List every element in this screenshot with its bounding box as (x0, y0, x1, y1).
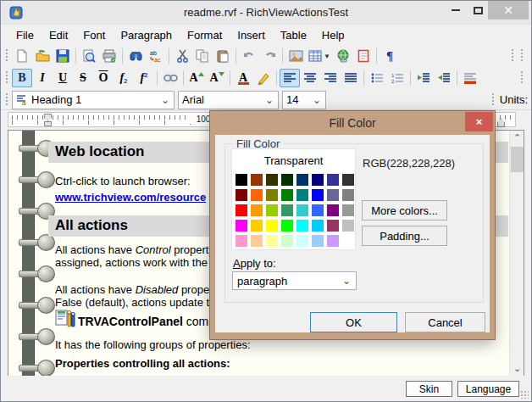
menu-item-file[interactable]: File (9, 27, 41, 43)
left-indent-marker[interactable] (44, 121, 52, 126)
color-swatch[interactable] (327, 189, 339, 201)
print-preview-icon[interactable] (79, 47, 99, 65)
color-swatch[interactable] (266, 220, 278, 232)
color-swatch[interactable] (312, 189, 324, 201)
menu-item-paragraph[interactable]: Paragraph (114, 27, 179, 43)
bold-icon[interactable]: B (12, 69, 32, 87)
skin-button[interactable]: Skin (406, 381, 452, 397)
color-swatch[interactable] (236, 174, 247, 186)
copy-icon[interactable] (192, 47, 213, 65)
paragraph-marks-icon[interactable]: ¶ (380, 47, 400, 65)
color-swatch[interactable] (342, 204, 354, 216)
save-icon[interactable] (53, 47, 73, 65)
replace-icon[interactable]: abac (146, 47, 166, 65)
subscript-icon[interactable]: f2 (114, 69, 134, 87)
toolbar-grip[interactable] (5, 49, 9, 63)
ok-button[interactable]: OK (310, 312, 397, 332)
close-button[interactable]: ✕ (488, 1, 529, 20)
cancel-button[interactable]: Cancel (405, 312, 485, 332)
color-swatch[interactable] (342, 220, 354, 232)
transparent-option[interactable]: Transparent (234, 151, 353, 170)
menu-item-table[interactable]: Table (274, 27, 313, 43)
color-swatch[interactable] (342, 174, 354, 186)
color-swatch[interactable] (251, 189, 263, 201)
highlight-icon[interactable] (253, 69, 274, 87)
color-swatch[interactable] (236, 189, 247, 201)
color-swatch[interactable] (281, 189, 293, 201)
paragraph-fill-color-icon[interactable] (460, 69, 480, 87)
color-swatch[interactable] (296, 174, 308, 186)
toolbar-grip[interactable] (520, 71, 524, 85)
menu-item-edit[interactable]: Edit (42, 27, 75, 43)
scroll-up-icon[interactable]: ⌃ (510, 131, 524, 145)
document-hyperlink[interactable]: www.trichview.com/resource (55, 191, 206, 204)
color-swatch[interactable] (281, 174, 293, 186)
indent-icon[interactable] (434, 69, 454, 87)
more-colors-button[interactable]: More colors... (362, 200, 447, 221)
menu-item-format[interactable]: Format (180, 27, 229, 43)
color-swatch[interactable] (327, 220, 339, 232)
align-left-icon[interactable] (280, 69, 300, 87)
insert-document-icon[interactable] (353, 47, 374, 65)
color-swatch[interactable] (251, 174, 263, 186)
italic-icon[interactable]: I (32, 69, 53, 87)
language-button[interactable]: Language (457, 381, 519, 397)
color-swatch[interactable] (266, 235, 278, 247)
font-combobox[interactable]: Arial ⌄ (178, 91, 279, 109)
cut-icon[interactable] (172, 47, 192, 65)
color-swatch[interactable] (342, 235, 354, 247)
color-swatch[interactable] (312, 204, 324, 216)
style-combobox[interactable]: a Heading 1 ⌄ (12, 91, 175, 109)
color-swatch[interactable] (251, 204, 263, 216)
align-right-icon[interactable] (320, 69, 341, 87)
apply-to-combobox[interactable]: paragraph ⌄ (232, 271, 357, 290)
color-swatch[interactable] (281, 204, 293, 216)
color-swatch[interactable] (312, 220, 324, 232)
color-swatch[interactable] (281, 220, 293, 232)
color-swatch[interactable] (236, 220, 247, 232)
print-icon[interactable] (99, 47, 119, 65)
bullets-icon[interactable] (367, 69, 387, 87)
scroll-down-icon[interactable]: ⌄ (510, 361, 524, 376)
grow-font-icon[interactable]: A (186, 69, 207, 87)
find-icon[interactable] (125, 47, 146, 65)
superscript-icon[interactable]: f2 (134, 69, 154, 87)
color-swatch[interactable] (266, 204, 278, 216)
menu-item-help[interactable]: Help (315, 27, 352, 43)
overline-icon[interactable]: O (93, 69, 114, 87)
dialog-close-button[interactable]: × (465, 112, 493, 131)
style-conversion-icon[interactable] (160, 69, 180, 87)
new-document-icon[interactable] (12, 47, 32, 65)
toolbar-grip[interactable] (5, 71, 9, 85)
color-swatch[interactable] (296, 220, 308, 232)
maximize-button[interactable] (468, 1, 488, 20)
align-justify-icon[interactable] (341, 69, 361, 87)
menu-item-insert[interactable]: Insert (230, 27, 272, 43)
strikethrough-icon[interactable]: S (73, 69, 93, 87)
open-icon[interactable] (32, 47, 53, 65)
minimize-button[interactable] (446, 1, 466, 20)
scrollbar-thumb[interactable] (511, 147, 524, 172)
color-swatch[interactable] (327, 174, 339, 186)
redo-icon[interactable] (259, 47, 280, 65)
undo-icon[interactable] (239, 47, 259, 65)
underline-icon[interactable]: U (53, 69, 73, 87)
color-swatch[interactable] (251, 235, 263, 247)
color-swatch[interactable] (266, 189, 278, 201)
color-swatch[interactable] (312, 174, 324, 186)
font-color-icon[interactable]: A (233, 69, 253, 87)
toolbar-grip[interactable] (5, 93, 9, 107)
color-swatch[interactable] (296, 235, 308, 247)
color-swatch[interactable] (236, 235, 247, 247)
shrink-font-icon[interactable]: A (207, 69, 227, 87)
color-swatch[interactable] (296, 189, 308, 201)
numbering-icon[interactable]: 12 (387, 69, 407, 87)
paste-icon[interactable] (213, 47, 233, 65)
insert-hyperlink-icon[interactable] (333, 47, 353, 65)
toolbar-grip[interactable] (491, 93, 496, 107)
vertical-scrollbar[interactable]: ⌃ ⌄ (509, 131, 524, 376)
size-combobox[interactable]: 14 ⌄ (282, 91, 326, 109)
color-swatch[interactable] (342, 189, 354, 201)
outdent-icon[interactable] (413, 69, 434, 87)
color-swatch[interactable] (327, 235, 339, 247)
